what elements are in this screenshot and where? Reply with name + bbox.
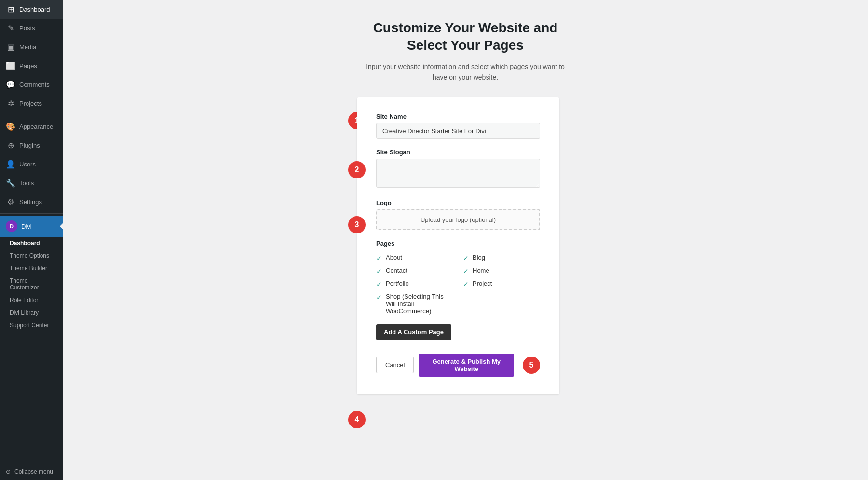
divi-label: Divi — [21, 223, 32, 230]
dashboard-icon: ⊞ — [6, 5, 15, 14]
sidebar-item-dashboard[interactable]: ⊞ Dashboard — [0, 0, 63, 19]
page-item-about[interactable]: ✓ About — [376, 254, 453, 262]
sidebar-item-label: Settings — [19, 198, 42, 206]
divi-sub-theme-customizer[interactable]: Theme Customizer — [0, 274, 63, 294]
site-name-input[interactable] — [376, 123, 540, 139]
divi-sub-theme-builder[interactable]: Theme Builder — [0, 262, 63, 274]
comments-icon: 💬 — [6, 80, 15, 89]
site-slogan-group: Site Slogan — [376, 149, 540, 190]
sidebar-item-label: Posts — [19, 25, 35, 32]
page-title: Customize Your Website and Select Your P… — [373, 19, 558, 55]
divi-logo: D — [6, 220, 17, 232]
divi-sub-support[interactable]: Support Center — [0, 319, 63, 331]
sidebar-item-appearance[interactable]: 🎨 Appearance — [0, 117, 63, 136]
sidebar-item-projects[interactable]: ✲ Projects — [0, 94, 63, 113]
sidebar-item-label: Tools — [19, 179, 34, 187]
divi-sub-dashboard[interactable]: Dashboard — [0, 237, 63, 249]
divi-sub-theme-options[interactable]: Theme Options — [0, 249, 63, 262]
media-icon: ▣ — [6, 42, 15, 52]
divider2 — [0, 213, 63, 214]
step-3-badge: 3 — [348, 216, 366, 233]
logo-group: Logo Upload your logo (optional) — [376, 199, 540, 230]
sidebar-item-media[interactable]: ▣ Media — [0, 38, 63, 56]
appearance-icon: 🎨 — [6, 122, 15, 131]
page-item-contact[interactable]: ✓ Contact — [376, 267, 453, 275]
divi-sub-role-editor[interactable]: Role Editor — [0, 294, 63, 306]
divi-sub-label: Divi Library — [10, 309, 39, 316]
sidebar-item-pages[interactable]: ⬜ Pages — [0, 56, 63, 75]
sidebar-item-label: Comments — [19, 81, 50, 88]
projects-icon: ✲ — [6, 99, 15, 108]
sidebar-item-label: Pages — [19, 62, 37, 69]
divi-sub-library[interactable]: Divi Library — [0, 306, 63, 319]
check-icon-blog: ✓ — [463, 254, 469, 262]
sidebar-item-label: Plugins — [19, 142, 40, 149]
page-item-portfolio[interactable]: ✓ Portfolio — [376, 280, 453, 288]
page-item-home[interactable]: ✓ Home — [463, 267, 540, 275]
pages-label: Pages — [376, 240, 540, 247]
collapse-menu-button[interactable]: ⊙ Collapse menu — [0, 464, 63, 480]
sidebar-item-label: Dashboard — [19, 6, 50, 13]
divi-sub-label: Support Center — [10, 322, 49, 329]
sidebar-item-comments[interactable]: 💬 Comments — [0, 75, 63, 94]
site-name-group: Site Name — [376, 113, 540, 139]
divider — [0, 115, 63, 115]
logo-upload-button[interactable]: Upload your logo (optional) — [376, 209, 540, 230]
step-5-badge: 5 — [523, 357, 540, 374]
divi-menu-header[interactable]: D Divi — [0, 216, 63, 237]
pages-section: Pages ✓ About ✓ Blog ✓ Contact — [376, 240, 540, 377]
plugins-icon: ⊕ — [6, 141, 15, 150]
check-icon-shop: ✓ — [376, 293, 382, 301]
collapse-icon: ⊙ — [6, 468, 11, 475]
page-item-shop[interactable]: ✓ Shop (Selecting This Will Install WooC… — [376, 293, 453, 315]
divi-sub-label: Theme Builder — [10, 265, 47, 272]
sidebar-item-label: Appearance — [19, 123, 53, 130]
page-item-project[interactable]: ✓ Project — [463, 280, 540, 288]
divi-section: D Divi Dashboard Theme Options Theme Bui… — [0, 216, 63, 331]
sidebar-item-label: Media — [19, 43, 36, 51]
divi-sub-label: Role Editor — [10, 297, 38, 303]
sidebar-item-label: Projects — [19, 100, 42, 107]
sidebar-item-label: Users — [19, 161, 36, 168]
divi-sub-label: Theme Customizer — [10, 277, 39, 291]
add-custom-page-button[interactable]: Add A Custom Page — [376, 324, 451, 340]
collapse-label: Collapse menu — [14, 468, 53, 475]
divi-sub-label: Theme Options — [10, 252, 49, 259]
check-icon-contact: ✓ — [376, 267, 382, 275]
site-slogan-label: Site Slogan — [376, 149, 540, 156]
logo-label: Logo — [376, 199, 540, 206]
check-icon-portfolio: ✓ — [376, 280, 382, 288]
chevron-right-icon — [60, 223, 63, 229]
pages-icon: ⬜ — [6, 61, 15, 70]
sidebar-item-tools[interactable]: 🔧 Tools — [0, 174, 63, 192]
check-icon-about: ✓ — [376, 254, 382, 262]
page-item-blog[interactable]: ✓ Blog — [463, 254, 540, 262]
users-icon: 👤 — [6, 160, 15, 169]
site-name-label: Site Name — [376, 113, 540, 120]
sidebar-item-plugins[interactable]: ⊕ Plugins — [0, 136, 63, 155]
publish-button[interactable]: Generate & Publish My Website — [419, 354, 514, 377]
step-4-badge: 4 — [348, 411, 366, 428]
footer-buttons: Cancel Generate & Publish My Website 5 — [376, 354, 540, 377]
posts-icon: ✎ — [6, 24, 15, 33]
sidebar-item-posts[interactable]: ✎ Posts — [0, 19, 63, 38]
divi-sub-label: Dashboard — [10, 240, 40, 247]
sidebar-item-users[interactable]: 👤 Users — [0, 155, 63, 174]
main-content: Customize Your Website and Select Your P… — [63, 0, 868, 480]
pages-grid: ✓ About ✓ Blog ✓ Contact ✓ — [376, 254, 540, 315]
page-subtitle: Input your website information and selec… — [359, 61, 571, 83]
tools-icon: 🔧 — [6, 178, 15, 188]
settings-icon: ⚙ — [6, 197, 15, 206]
step-2-badge: 2 — [348, 161, 366, 178]
sidebar-item-settings[interactable]: ⚙ Settings — [0, 192, 63, 211]
check-icon-project: ✓ — [463, 280, 469, 288]
form-card: Site Name Site Slogan Logo Upload your l… — [357, 97, 559, 394]
check-icon-home: ✓ — [463, 267, 469, 275]
sidebar: ⊞ Dashboard ✎ Posts ▣ Media ⬜ Pages 💬 Co… — [0, 0, 63, 480]
site-slogan-input[interactable] — [376, 159, 540, 188]
cancel-button[interactable]: Cancel — [376, 357, 414, 373]
